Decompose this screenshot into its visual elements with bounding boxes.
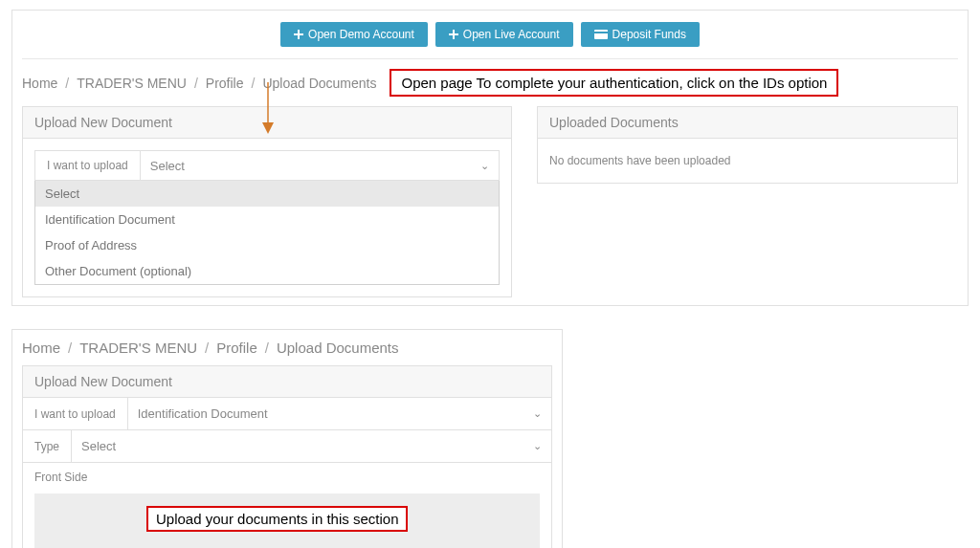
uploaded-heading: Uploaded Documents <box>538 107 957 139</box>
upload-new-card-2: Upload New Document I want to upload Ide… <box>22 365 552 548</box>
deposit-label: Deposit Funds <box>612 28 686 41</box>
card-icon <box>594 30 608 39</box>
uploaded-docs-card: Uploaded Documents No documents have bee… <box>537 106 958 184</box>
svg-rect-0 <box>594 30 608 39</box>
chevron-down-icon: ⌄ <box>533 440 542 452</box>
plus-icon <box>294 30 303 39</box>
upload-select-label-2: I want to upload <box>23 398 128 429</box>
dropdown-option[interactable]: Other Document (optional) <box>35 258 499 284</box>
type-select-label: Type <box>23 430 72 462</box>
chevron-down-icon: ⌄ <box>480 160 489 172</box>
type-select-value: Select <box>81 439 116 453</box>
plus-icon <box>449 30 458 39</box>
front-side-label: Front Side <box>23 463 551 488</box>
dropdown-option[interactable]: Proof of Address <box>35 232 499 258</box>
open-live-button[interactable]: Open Live Account <box>435 22 573 47</box>
panel-bottom: Home/ TRADER'S MENU/ Profile/ Upload Doc… <box>11 329 563 548</box>
crumb[interactable]: Profile <box>216 340 257 356</box>
annotation-top: Open page To complete your authenticatio… <box>390 69 838 97</box>
chevron-down-icon: ⌄ <box>533 407 542 420</box>
upload-select-value-2: Identification Document <box>138 406 268 421</box>
dropdown-option[interactable]: Select <box>35 181 499 207</box>
svg-rect-1 <box>594 32 608 33</box>
open-live-label: Open Live Account <box>463 28 560 41</box>
annotation-mid: Upload your documents in this section <box>146 506 408 532</box>
upload-select-label: I want to upload <box>35 151 141 180</box>
breadcrumb: Home/ TRADER'S MENU/ Profile/ Upload Doc… <box>22 76 376 91</box>
panel-top: Open Demo Account Open Live Account Depo… <box>11 10 969 306</box>
uploaded-empty: No documents have been uploaded <box>549 150 946 171</box>
upload-select-dropdown: Select Identification Document Proof of … <box>34 181 500 285</box>
upload-select-value: Select <box>150 159 185 173</box>
crumb[interactable]: Home <box>22 76 57 91</box>
crumb[interactable]: Profile <box>206 76 244 91</box>
type-select[interactable]: Select ⌄ <box>72 430 551 462</box>
top-button-bar: Open Demo Account Open Live Account Depo… <box>22 18 958 59</box>
deposit-button[interactable]: Deposit Funds <box>581 22 700 47</box>
crumb[interactable]: TRADER'S MENU <box>77 76 187 91</box>
crumb[interactable]: TRADER'S MENU <box>79 340 197 356</box>
crumb[interactable]: Home <box>22 340 60 356</box>
open-demo-label: Open Demo Account <box>308 28 414 41</box>
upload-new-card: Upload New Document I want to upload Sel… <box>22 106 512 297</box>
crumb[interactable]: Upload Documents <box>277 340 399 356</box>
upload-select[interactable]: Select ⌄ <box>141 151 499 180</box>
upload-new-heading: Upload New Document <box>23 107 511 139</box>
dropdown-option[interactable]: Identification Document <box>35 207 499 232</box>
open-demo-button[interactable]: Open Demo Account <box>280 22 428 47</box>
breadcrumb-row: Home/ TRADER'S MENU/ Profile/ Upload Doc… <box>22 59 958 106</box>
crumb[interactable]: Upload Documents <box>262 76 376 91</box>
breadcrumb: Home/ TRADER'S MENU/ Profile/ Upload Doc… <box>22 338 552 365</box>
upload-new-heading-2: Upload New Document <box>23 366 551 398</box>
upload-select-2[interactable]: Identification Document ⌄ <box>128 398 551 429</box>
